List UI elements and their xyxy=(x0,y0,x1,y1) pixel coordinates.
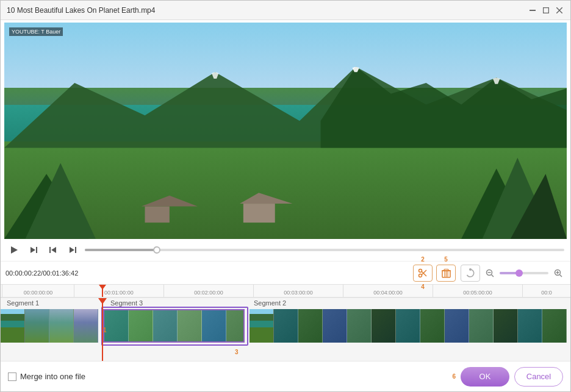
zoom-in-button[interactable] xyxy=(551,266,566,280)
prev-frame-button[interactable] xyxy=(46,243,60,257)
svg-marker-19 xyxy=(31,247,35,253)
next-icon xyxy=(68,246,77,254)
delete-btn-wrap: 5 xyxy=(436,265,456,282)
delete-button[interactable] xyxy=(436,265,456,282)
thumb-seg1-3 xyxy=(74,309,98,343)
ruler-marks-container: 00:00:00:00 00:01:00:00 00:02:00:00 00:0… xyxy=(1,285,570,297)
segment2-strip xyxy=(250,309,567,343)
video-frame: YOUTUBE: T Bauer xyxy=(4,23,567,239)
minimize-button[interactable] xyxy=(528,5,537,15)
svg-rect-22 xyxy=(49,247,51,253)
svg-line-42 xyxy=(560,274,562,277)
play-button[interactable] xyxy=(7,243,21,257)
segment3-label: Segment 3 xyxy=(110,299,143,307)
svg-rect-1 xyxy=(544,7,549,13)
thumb-seg2-0 xyxy=(250,309,274,343)
cut-btn-wrap: 2 4 xyxy=(413,265,433,282)
cancel-button[interactable]: Cancel xyxy=(514,367,563,387)
ruler-mark-4: 00:04:00:00 xyxy=(343,285,433,297)
progress-bar[interactable] xyxy=(85,249,564,251)
svg-marker-18 xyxy=(11,246,18,254)
svg-rect-0 xyxy=(530,10,536,11)
timeline-ruler: 00:00:00:00 00:01:00:00 00:02:00:00 00:0… xyxy=(1,284,570,298)
thumb-seg2-7 xyxy=(420,309,445,343)
ruler-mark-5: 00:05:00:00 xyxy=(433,285,522,297)
svg-line-38 xyxy=(492,274,494,277)
ok-button[interactable]: OK xyxy=(461,367,509,387)
trash-icon xyxy=(442,268,451,278)
thumb-seg1-1 xyxy=(25,309,49,343)
ruler-mark-0: 00:00:00:00 xyxy=(2,285,74,297)
thumb-seg3-3 xyxy=(178,310,202,343)
playhead-triangle xyxy=(99,285,106,290)
thumb-seg2-12 xyxy=(542,309,567,343)
zoom-out-icon xyxy=(486,269,494,277)
video-overlay: YOUTUBE: T Bauer xyxy=(9,27,63,36)
trees-svg xyxy=(4,141,567,239)
timeline-area[interactable]: Segment 1 Segment 3 Segment 2 1 3 xyxy=(1,298,570,361)
merge-checkbox[interactable] xyxy=(8,372,16,381)
thumb-seg1-0 xyxy=(1,309,25,343)
cut-icon xyxy=(418,268,428,278)
thumb-seg3-2 xyxy=(153,310,178,343)
timeline-playhead-head xyxy=(98,298,107,304)
progress-handle[interactable] xyxy=(153,246,160,254)
zoom-in-icon xyxy=(554,269,562,277)
svg-rect-24 xyxy=(75,247,76,253)
zoom-handle[interactable] xyxy=(515,269,523,277)
segment2-label: Segment 2 xyxy=(254,299,286,307)
ruler-mark-6: 00:0 xyxy=(522,285,570,297)
next-frame-button[interactable] xyxy=(65,243,80,257)
thumb-seg2-5 xyxy=(372,309,396,343)
play-icon xyxy=(10,246,18,254)
svg-rect-16 xyxy=(243,204,275,223)
svg-point-35 xyxy=(469,268,472,271)
thumb-seg2-9 xyxy=(469,309,494,343)
thumb-seg2-11 xyxy=(518,309,542,343)
thumb-seg3-1 xyxy=(129,310,153,343)
cut-button[interactable] xyxy=(413,265,433,282)
window-title: 10 Most Beautiful Lakes On Planet Earth.… xyxy=(7,6,528,15)
num2-badge: 2 xyxy=(421,256,425,263)
video-player: YOUTUBE: T Bauer xyxy=(4,23,567,239)
zoom-controls xyxy=(483,266,566,280)
progress-fill xyxy=(85,249,157,251)
thumb-seg1-2 xyxy=(49,309,74,343)
titlebar: 10 Most Beautiful Lakes On Planet Earth.… xyxy=(1,1,570,20)
svg-rect-20 xyxy=(36,247,37,253)
zoom-out-button[interactable] xyxy=(483,266,497,280)
merge-label: Merge into one file xyxy=(20,372,85,381)
ruler-mark-3: 00:03:00:00 xyxy=(253,285,343,297)
playback-controls xyxy=(1,239,570,261)
reset-button[interactable] xyxy=(461,265,480,282)
close-button[interactable] xyxy=(555,5,564,15)
thumb-seg2-8 xyxy=(445,309,469,343)
prev-icon xyxy=(49,246,57,254)
step-icon xyxy=(29,246,38,254)
segment1-strip xyxy=(1,309,100,343)
timeline-toolbar: 00:00:00:22/00:01:36:42 2 4 5 xyxy=(1,261,570,284)
step-forward-button[interactable] xyxy=(26,243,41,257)
svg-marker-5 xyxy=(321,67,567,148)
thumb-seg2-2 xyxy=(298,309,323,343)
reset-icon xyxy=(465,268,475,278)
thumb-seg3-0 xyxy=(104,310,129,343)
bottom-bar: Merge into one file 6 OK Cancel xyxy=(1,361,570,391)
svg-point-25 xyxy=(419,274,422,277)
num1-timeline-badge: 1 xyxy=(103,327,107,333)
thumb-seg3-4 xyxy=(202,310,226,343)
thumb-seg2-10 xyxy=(494,309,518,343)
thumb-seg2-6 xyxy=(396,309,420,343)
segment3-strip[interactable] xyxy=(103,309,245,343)
ruler-mark-2: 00:02:00:00 xyxy=(163,285,253,297)
time-display: 00:00:00:22/00:01:36:42 xyxy=(5,269,411,277)
segment1-label: Segment 1 xyxy=(7,299,39,307)
thumb-seg2-1 xyxy=(274,309,298,343)
main-window: 10 Most Beautiful Lakes On Planet Earth.… xyxy=(0,0,571,392)
zoom-slider[interactable] xyxy=(500,272,548,274)
svg-marker-23 xyxy=(70,247,74,253)
scene-grass xyxy=(4,141,567,239)
num3-timeline-badge: 3 xyxy=(235,349,239,355)
thumb-seg3-5 xyxy=(226,310,245,343)
maximize-button[interactable] xyxy=(541,5,551,15)
